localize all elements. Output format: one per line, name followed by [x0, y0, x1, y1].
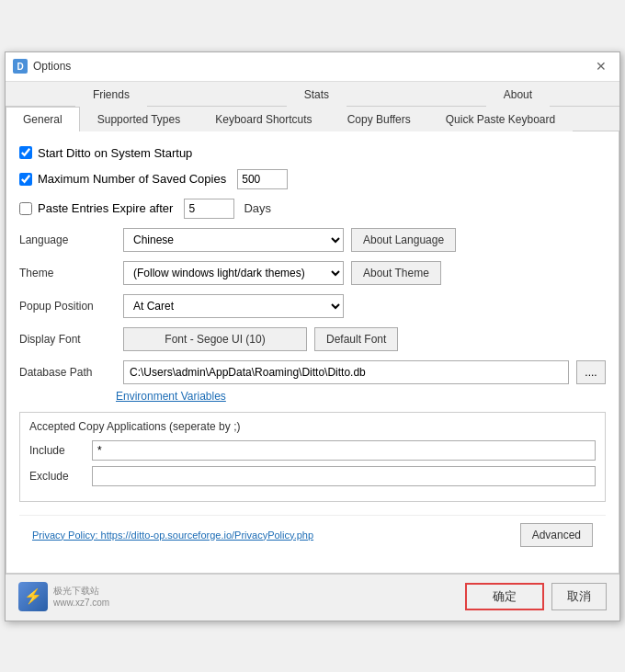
font-select-button[interactable]: Font - Segoe UI (10) — [123, 327, 307, 351]
max-copies-row: Maximum Number of Saved Copies — [19, 169, 606, 189]
privacy-policy-link[interactable]: Privacy Policy: https://ditto-op.sourcef… — [32, 530, 313, 541]
exclude-label: Exclude — [29, 470, 85, 483]
paste-expire-checkbox[interactable] — [19, 202, 32, 215]
startup-label: Start Ditto on System Startup — [38, 146, 192, 160]
footer: Privacy Policy: https://ditto-op.sourcef… — [19, 515, 606, 558]
watermark-text: 极光下载站 www.xz7.com — [53, 585, 109, 609]
tab-keyboard-shortcuts[interactable]: Keyboard Shortcuts — [198, 107, 329, 131]
popup-position-row: Popup Position At Caret — [19, 294, 606, 318]
watermark: ⚡ 极光下载站 www.xz7.com — [18, 582, 109, 611]
theme-row: Theme (Follow windows light/dark themes)… — [19, 261, 606, 285]
paste-expire-input[interactable] — [184, 199, 234, 219]
startup-row: Start Ditto on System Startup — [19, 146, 606, 160]
paste-expire-label: Paste Entries Expire after — [38, 201, 173, 215]
default-font-button[interactable]: Default Font — [314, 327, 398, 351]
language-row: Language Chinese About Language — [19, 228, 606, 252]
max-copies-label: Maximum Number of Saved Copies — [38, 172, 226, 186]
tab-quick-paste[interactable]: Quick Paste Keyboard — [428, 107, 573, 131]
tab-about[interactable]: About — [486, 82, 550, 107]
bottom-tab-row: General Supported Types Keyboard Shortcu… — [6, 107, 619, 131]
startup-checkbox[interactable] — [19, 146, 32, 159]
options-window: D Options ✕ Friends Stats About General … — [5, 51, 620, 621]
theme-select[interactable]: (Follow windows light/dark themes) — [123, 261, 344, 285]
paste-expire-row: Paste Entries Expire after Days — [19, 199, 606, 219]
tab-stats[interactable]: Stats — [287, 82, 347, 107]
tab-copy-buffers[interactable]: Copy Buffers — [330, 107, 428, 131]
display-font-label: Display Font — [19, 333, 116, 346]
database-path-input[interactable] — [123, 360, 569, 384]
window-title: Options — [33, 60, 71, 73]
about-theme-button[interactable]: About Theme — [351, 261, 441, 285]
accepted-section-title: Accepted Copy Applications (seperate by … — [29, 420, 596, 433]
env-vars-link[interactable]: Environment Variables — [116, 390, 606, 403]
top-tab-row: Friends Stats About — [6, 82, 619, 107]
include-row: Include — [29, 440, 596, 461]
database-browse-button[interactable]: .... — [576, 360, 606, 384]
language-select[interactable]: Chinese — [123, 228, 344, 252]
cancel-button[interactable]: 取消 — [551, 583, 607, 610]
confirm-button[interactable]: 确定 — [465, 583, 544, 610]
title-bar: D Options ✕ — [6, 52, 619, 82]
max-copies-input[interactable] — [237, 169, 288, 189]
exclude-row: Exclude — [29, 466, 596, 486]
max-copies-checkbox[interactable] — [19, 173, 32, 186]
tab-friends[interactable]: Friends — [75, 82, 147, 107]
app-icon: D — [13, 59, 28, 74]
database-path-row: Database Path .... — [19, 360, 606, 384]
theme-label: Theme — [19, 267, 116, 279]
exclude-input[interactable] — [92, 466, 596, 486]
language-label: Language — [19, 233, 116, 246]
include-input[interactable] — [92, 440, 596, 461]
database-path-label: Database Path — [19, 366, 116, 379]
main-content: Start Ditto on System Startup Maximum Nu… — [6, 131, 619, 574]
about-language-button[interactable]: About Language — [351, 228, 456, 252]
days-label: Days — [244, 201, 271, 215]
close-button[interactable]: ✕ — [590, 55, 612, 77]
tab-general[interactable]: General — [6, 107, 80, 131]
advanced-button[interactable]: Advanced — [520, 523, 593, 547]
accepted-copy-section: Accepted Copy Applications (seperate by … — [19, 412, 606, 502]
include-label: Include — [29, 444, 85, 457]
popup-label: Popup Position — [19, 300, 116, 313]
popup-select[interactable]: At Caret — [123, 294, 344, 318]
bottom-bar: ⚡ 极光下载站 www.xz7.com 确定 取消 — [6, 574, 619, 621]
tab-supported-types[interactable]: Supported Types — [80, 107, 199, 131]
display-font-row: Display Font Font - Segoe UI (10) Defaul… — [19, 327, 606, 351]
watermark-icon: ⚡ — [18, 582, 48, 611]
